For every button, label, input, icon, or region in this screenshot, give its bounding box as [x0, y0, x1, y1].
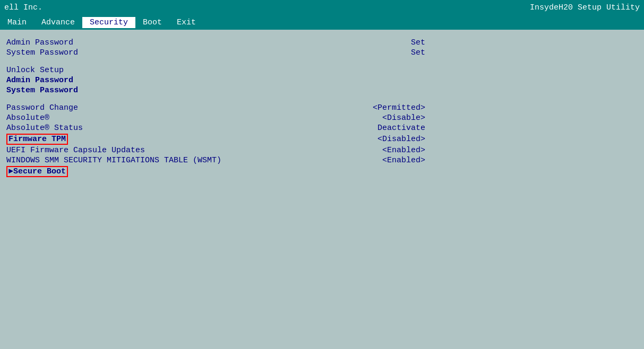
- menu-item-exit[interactable]: Exit: [169, 17, 203, 28]
- content-area: Admin Password Set System Password Set U…: [0, 30, 644, 349]
- row-system-password-bold[interactable]: System Password: [6, 86, 638, 95]
- row-absolute-status[interactable]: Absolute® Status Deactivate: [6, 124, 638, 133]
- company-name: ell Inc.: [4, 3, 42, 12]
- row-unlock-setup: Unlock Setup: [6, 66, 638, 75]
- row-system-password: System Password Set: [6, 48, 638, 57]
- row-firmware-tpm[interactable]: Firmware TPM <Disabled>: [6, 134, 638, 145]
- label-firmware-tpm: Firmware TPM: [6, 134, 68, 145]
- menu-item-advance[interactable]: Advance: [34, 17, 82, 28]
- row-absolute[interactable]: Absolute® <Disable>: [6, 114, 638, 123]
- menu-bar: Main Advance Security Boot Exit: [0, 15, 644, 30]
- label-absolute-status: Absolute® Status: [6, 124, 83, 133]
- utility-title: InsydeH20 Setup Utility: [530, 3, 640, 12]
- menu-item-boot[interactable]: Boot: [135, 17, 169, 28]
- label-secure-boot: ►Secure Boot: [6, 166, 68, 177]
- label-password-change: Password Change: [6, 103, 78, 112]
- row-wsmt[interactable]: WINDOWS SMM SECURITY MITIGATIONS TABLE (…: [6, 156, 638, 165]
- menu-item-main[interactable]: Main: [0, 17, 34, 28]
- value-wsmt: <Enabled>: [382, 156, 425, 165]
- row-secure-boot[interactable]: ►Secure Boot: [6, 166, 638, 177]
- row-uefi-firmware[interactable]: UEFI Firmware Capsule Updates <Enabled>: [6, 146, 638, 155]
- value-uefi-firmware: <Enabled>: [382, 146, 425, 155]
- value-absolute-status: Deactivate: [377, 124, 425, 133]
- label-system-password: System Password: [6, 48, 78, 57]
- value-absolute: <Disable>: [382, 114, 425, 123]
- row-admin-password: Admin Password Set: [6, 38, 638, 47]
- value-system-password: Set: [411, 48, 425, 57]
- value-firmware-tpm: <Disabled>: [377, 135, 425, 144]
- value-password-change: <Permitted>: [373, 103, 425, 112]
- label-absolute: Absolute®: [6, 114, 49, 123]
- label-admin-password-bold: Admin Password: [6, 76, 73, 85]
- value-admin-password: Set: [411, 38, 425, 47]
- label-admin-password: Admin Password: [6, 38, 73, 47]
- label-unlock-setup: Unlock Setup: [6, 66, 64, 75]
- row-password-change[interactable]: Password Change <Permitted>: [6, 103, 638, 112]
- top-bar: ell Inc. InsydeH20 Setup Utility: [0, 0, 644, 15]
- row-admin-password-bold[interactable]: Admin Password: [6, 76, 638, 85]
- label-uefi-firmware: UEFI Firmware Capsule Updates: [6, 146, 145, 155]
- label-wsmt: WINDOWS SMM SECURITY MITIGATIONS TABLE (…: [6, 156, 221, 165]
- menu-item-security[interactable]: Security: [82, 17, 135, 28]
- label-system-password-bold: System Password: [6, 86, 78, 95]
